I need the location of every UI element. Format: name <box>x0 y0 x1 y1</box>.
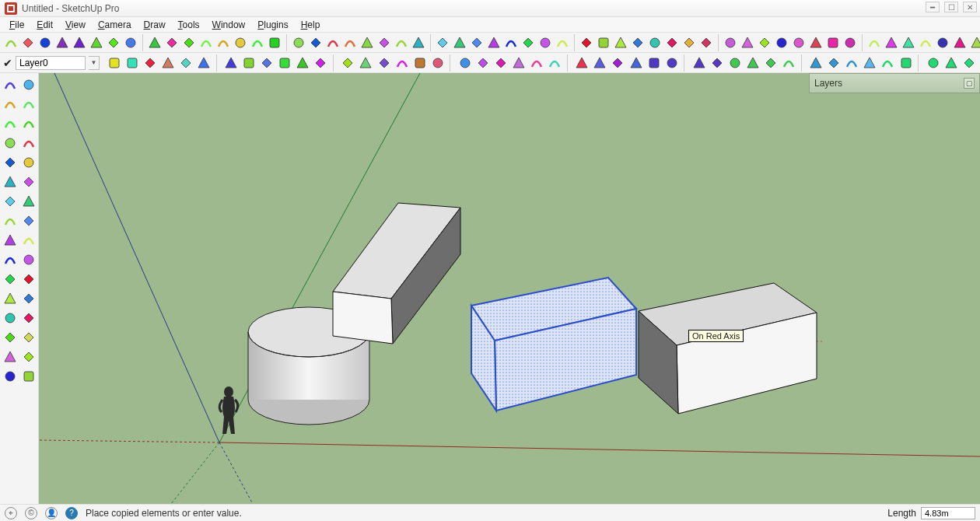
2pt-arc-button[interactable] <box>342 34 358 51</box>
arc-tool[interactable] <box>20 135 37 152</box>
zoom-tool[interactable] <box>2 309 18 327</box>
layer-current-input[interactable] <box>16 56 86 70</box>
menu-help[interactable]: Help <box>296 18 325 32</box>
shaded-button[interactable] <box>866 34 882 51</box>
axes-tool[interactable] <box>2 271 18 288</box>
orbit-button[interactable] <box>613 34 628 51</box>
tape-button[interactable] <box>486 34 502 51</box>
group-button[interactable] <box>106 34 121 51</box>
pan-tool[interactable] <box>20 290 37 307</box>
pan-button[interactable] <box>630 34 646 51</box>
get-models-button[interactable] <box>492 54 509 72</box>
circle-tool[interactable] <box>2 135 18 152</box>
look-around-tool[interactable] <box>20 348 37 365</box>
terrain-button[interactable] <box>592 54 608 72</box>
fog-button[interactable] <box>411 54 428 72</box>
zoom-extents-tool[interactable] <box>2 329 18 346</box>
position-camera-tool[interactable] <box>2 348 18 365</box>
menu-tools[interactable]: Tools <box>173 18 205 32</box>
status-credits-icon[interactable]: © <box>25 507 37 519</box>
status-help-icon[interactable]: ? <box>65 507 78 519</box>
front-button[interactable] <box>142 54 158 72</box>
top-button[interactable] <box>177 54 194 72</box>
zoom-extents-button[interactable] <box>181 34 197 51</box>
rotate-button[interactable] <box>452 34 467 51</box>
menu-plugins[interactable]: Plugins <box>253 18 292 32</box>
layer-dropdown-button[interactable]: ▼ <box>89 56 100 70</box>
ext1-button[interactable] <box>880 54 896 72</box>
sandbox3-button[interactable] <box>691 54 707 72</box>
right-button[interactable] <box>159 54 176 72</box>
match-photo-button[interactable] <box>429 54 446 72</box>
arc-button[interactable] <box>325 34 341 51</box>
ruby-button[interactable] <box>862 54 878 72</box>
entity-info-button[interactable] <box>277 54 293 72</box>
rectangle-button[interactable] <box>250 34 265 51</box>
back-edges-button[interactable] <box>808 34 824 51</box>
scale-tool[interactable] <box>20 212 37 229</box>
3d-text-tool[interactable] <box>20 271 37 288</box>
shadows-button[interactable] <box>394 54 410 72</box>
solid4-button[interactable] <box>781 54 797 72</box>
polygon-button[interactable] <box>308 34 324 51</box>
components-button[interactable] <box>340 54 356 72</box>
outliner-button[interactable] <box>295 54 311 72</box>
instructor-button[interactable] <box>313 54 329 72</box>
menu-edit[interactable]: Edit <box>32 18 58 32</box>
cut-button[interactable] <box>37 34 53 51</box>
paint-button[interactable] <box>195 54 212 72</box>
measurement-input[interactable] <box>921 507 975 519</box>
redo-button[interactable] <box>20 34 36 51</box>
zoom-extents2-button[interactable] <box>681 34 697 51</box>
skin-button[interactable] <box>918 34 933 51</box>
zoom-window-tool[interactable] <box>20 309 37 327</box>
component-button[interactable] <box>123 34 138 51</box>
circle-button[interactable] <box>291 34 306 51</box>
menu-draw[interactable]: Draw <box>139 18 170 32</box>
zoom-button[interactable] <box>647 34 663 51</box>
photo-textures-button[interactable] <box>610 54 626 72</box>
ext5-button[interactable] <box>961 54 977 72</box>
status-geo-icon[interactable]: ⌖ <box>5 507 17 519</box>
move-tool[interactable] <box>2 193 18 210</box>
offset-button[interactable] <box>411 34 426 51</box>
pie-button[interactable] <box>359 34 375 51</box>
close-button[interactable]: ✕ <box>963 2 977 12</box>
dimension-button[interactable] <box>537 34 553 51</box>
text-tool[interactable] <box>20 232 37 249</box>
viewport[interactable]: On Red Axis Layers ▢ <box>39 73 980 504</box>
3d-text-button[interactable] <box>579 34 594 51</box>
walk-button[interactable] <box>774 34 789 51</box>
offset-tool[interactable] <box>2 173 18 191</box>
warehouse-button[interactable] <box>474 54 491 72</box>
geo-button[interactable] <box>529 54 545 72</box>
layers-panel[interactable]: Layers ▢ <box>809 73 980 93</box>
bub-button[interactable] <box>952 34 968 51</box>
select-all-button[interactable] <box>198 34 214 51</box>
dimension-tool[interactable] <box>20 251 37 268</box>
sandbox2-button[interactable] <box>663 54 680 72</box>
status-user-icon[interactable]: 👤 <box>45 507 58 519</box>
rotate-tool[interactable] <box>20 193 37 210</box>
freehand-button[interactable] <box>233 34 248 51</box>
dc2-button[interactable] <box>826 54 842 72</box>
solid2-button[interactable] <box>744 54 761 72</box>
menu-window[interactable]: Window <box>208 18 250 32</box>
ext4-button[interactable] <box>943 54 959 72</box>
move-button[interactable] <box>435 34 450 51</box>
add-location-button[interactable] <box>547 54 563 72</box>
menu-camera[interactable]: Camera <box>93 18 136 32</box>
prev-scene-button[interactable] <box>969 34 980 51</box>
hidden-line-button[interactable] <box>842 34 858 51</box>
tape-tool[interactable] <box>2 232 18 249</box>
position-camera-button[interactable] <box>740 34 755 51</box>
menu-view[interactable]: View <box>61 18 90 32</box>
select-tool[interactable] <box>2 76 18 93</box>
text-button[interactable] <box>555 34 570 51</box>
undo-button[interactable] <box>3 34 19 51</box>
polygon-tool[interactable] <box>2 154 18 171</box>
hide-button[interactable] <box>147 34 163 51</box>
scale-button[interactable] <box>469 34 485 51</box>
sample-button[interactable] <box>222 54 239 72</box>
soften-button[interactable] <box>457 54 473 72</box>
